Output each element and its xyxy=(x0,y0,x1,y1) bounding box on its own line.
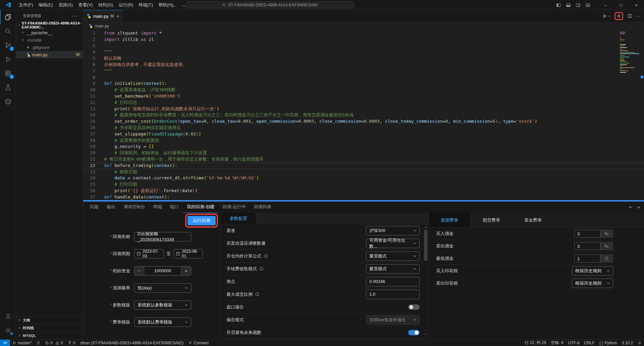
panel-tab-回测列表[interactable]: 回测列表 xyxy=(250,201,275,213)
avoid-lookahead-toggle[interactable] xyxy=(408,330,420,335)
backtest-name-input[interactable]: D示例策略_20250306173339 xyxy=(134,232,191,241)
increment-button[interactable]: + xyxy=(181,267,191,275)
search-input[interactable]: ST-F9AA9A8D-D5ED-4998-A514-EAF3089C5A62 xyxy=(186,1,354,8)
notifications[interactable] xyxy=(635,340,644,346)
panel-tab-调试控制台[interactable]: 调试控制台 xyxy=(119,201,149,213)
python-version[interactable]: 3.10.2 xyxy=(620,340,635,346)
params-scrollbar[interactable]: ▲ ▼ xyxy=(424,226,428,336)
run-settings-gear-icon[interactable] xyxy=(616,13,622,19)
panel-tab-输出[interactable]: 输出 xyxy=(103,201,119,213)
maximize-panel-icon[interactable] xyxy=(628,205,633,210)
toggle-secondary-sidebar-icon[interactable] xyxy=(576,3,581,8)
frequency-select[interactable]: 低(day) xyxy=(134,283,191,293)
python-interpreter[interactable]: zltrun (ST-F9AA9A8D-D5ED-4998-A514-EAF30… xyxy=(77,340,186,346)
extensions-icon[interactable]: 5 xyxy=(0,66,16,80)
close-panel-icon[interactable]: × xyxy=(637,205,640,210)
menu-item[interactable]: 文件(F) xyxy=(16,1,36,9)
tab-main-py[interactable]: main.py M × xyxy=(83,10,123,22)
min-commission-input[interactable]: 1 xyxy=(574,254,600,263)
breadcrumb[interactable]: main.py xyxy=(83,22,644,30)
orderbook-matching-toggle[interactable] xyxy=(408,304,420,310)
matching-mode-select[interactable]: 当前bar收盘价撮合 xyxy=(366,315,420,325)
cursor-position[interactable]: 行 22, 列 29 xyxy=(522,340,548,346)
tab-params-config[interactable]: 参数配置 xyxy=(221,213,256,224)
run-python-file-button[interactable] xyxy=(602,14,610,18)
maximize-button[interactable]: □ xyxy=(613,0,629,10)
scrollbar-thumb[interactable] xyxy=(424,230,427,261)
split-editor-icon[interactable] xyxy=(627,13,632,18)
commission-mode-select[interactable]: 聚宽模式 xyxy=(366,264,420,274)
backtest-period-from[interactable]: 2023-07-03 xyxy=(134,249,164,258)
adaptive-qty-select[interactable]: 可用资金/可用仓位数... xyxy=(366,239,420,248)
minimize-button[interactable]: – xyxy=(598,0,613,10)
sidebar-more-icon[interactable]: ··· xyxy=(72,13,77,18)
back-icon[interactable]: ← xyxy=(172,2,177,8)
run-backtest-button[interactable]: 运行回测 xyxy=(187,216,216,225)
toggle-panel-icon[interactable] xyxy=(566,3,571,8)
sell-stamp-tax-select[interactable]: 根据历史规则 xyxy=(572,279,613,288)
panel-tab-端口[interactable]: 端口 xyxy=(166,201,183,213)
sync-status[interactable] xyxy=(34,340,43,346)
open-avg-price-formula-select[interactable]: 聚宽模式 xyxy=(366,251,420,261)
accounts-icon[interactable] xyxy=(0,309,16,323)
testing-icon[interactable] xyxy=(0,80,16,95)
backtest-extension-icon[interactable] xyxy=(0,95,16,109)
fee-template-select[interactable]: 系统默认费率模版 xyxy=(134,318,191,327)
forward-icon[interactable]: → xyxy=(181,2,186,8)
menu-item[interactable]: 终端(T) xyxy=(136,1,156,9)
encoding[interactable]: UTF-8 xyxy=(566,340,582,346)
sidebar-section-大纲[interactable]: 大纲 xyxy=(16,316,83,324)
scroll-up-icon[interactable]: ▲ xyxy=(424,226,427,229)
slippage-input[interactable]: 0.00246 xyxy=(366,277,420,286)
scroll-down-icon[interactable]: ▼ xyxy=(424,333,427,336)
eol[interactable]: CRLF xyxy=(582,340,597,346)
code-editor[interactable]: 1from zltquant import *2import zltlib as… xyxy=(83,30,644,200)
customize-layout-icon[interactable] xyxy=(585,3,590,8)
info-icon[interactable] xyxy=(264,254,268,258)
panel-tab-回测-运行中[interactable]: 回测-运行中 xyxy=(218,201,250,213)
source-control-icon[interactable]: 1 xyxy=(0,38,16,52)
tree-root-folder[interactable]: ST-F9AA9A8D-D5ED-4998-A514-EAF3089C... xyxy=(16,21,83,29)
info-icon[interactable] xyxy=(255,292,259,296)
indentation[interactable]: 空格: 4 xyxy=(548,340,566,346)
tree-item-mainpy[interactable]: main.pyM xyxy=(16,51,83,58)
buy-stamp-tax-select[interactable]: 根据历史规则 xyxy=(572,266,613,276)
tree-item-vscode[interactable]: .vscode xyxy=(16,36,83,44)
menu-item[interactable]: 查看(V) xyxy=(75,1,95,9)
run-debug-icon[interactable] xyxy=(0,52,16,66)
buy-commission-input[interactable]: 3 xyxy=(574,230,600,238)
tab-close-icon[interactable]: × xyxy=(117,14,119,19)
fee-tab-基金费率[interactable]: 基金费率 xyxy=(512,213,554,227)
problems[interactable]: 00 xyxy=(43,340,65,346)
panel-tab-问题[interactable]: 问题 xyxy=(86,201,103,213)
menu-item[interactable]: 编辑(E) xyxy=(36,1,56,9)
panel-tab-终端[interactable]: 终端 xyxy=(149,201,166,213)
backtest-period-to[interactable]: 2023-09-01 xyxy=(173,249,203,258)
sidebar-section-MYSQL[interactable]: MYSQL xyxy=(16,332,83,339)
sell-commission-input[interactable]: 3 xyxy=(574,242,600,250)
benchmark-select[interactable]: 沪深300 xyxy=(366,226,420,235)
language-mode[interactable]: { }Python xyxy=(597,340,620,346)
connect[interactable]: Connect xyxy=(186,340,211,346)
close-button[interactable]: × xyxy=(629,0,644,10)
explorer-icon[interactable] xyxy=(0,10,16,24)
remote-indicator[interactable]: >< xyxy=(0,340,10,346)
sidebar-section-时间线[interactable]: 时间线 xyxy=(16,324,83,332)
search-view-icon[interactable] xyxy=(0,24,16,38)
panel-tab-我的回测-创建[interactable]: 我的回测-创建 xyxy=(183,201,218,213)
menu-item[interactable]: 转到(G) xyxy=(96,1,116,9)
max-fill-ratio-input[interactable]: 1.0 xyxy=(366,290,420,299)
fee-tab-股票费率[interactable]: 股票费率 xyxy=(429,213,471,227)
menu-item[interactable]: 运行(R) xyxy=(116,1,136,9)
ports[interactable]: 0 xyxy=(65,340,78,346)
menu-item[interactable]: 选择(S) xyxy=(56,1,75,9)
tree-item-pycache[interactable]: __pycache__ xyxy=(16,29,83,36)
editor-area[interactable]: main.py M × ··· main.py 1from zltquant i… xyxy=(83,10,644,200)
toggle-sidebar-icon[interactable] xyxy=(556,3,561,8)
info-icon[interactable] xyxy=(259,267,264,271)
decrement-button[interactable]: − xyxy=(135,267,144,275)
git-branch[interactable]: master* xyxy=(10,340,34,346)
tree-item-gitignore[interactable]: .gitignore xyxy=(16,44,83,51)
more-actions-icon[interactable]: ··· xyxy=(636,13,641,18)
param-template-select[interactable]: 系统默认参数模版 xyxy=(134,300,191,310)
